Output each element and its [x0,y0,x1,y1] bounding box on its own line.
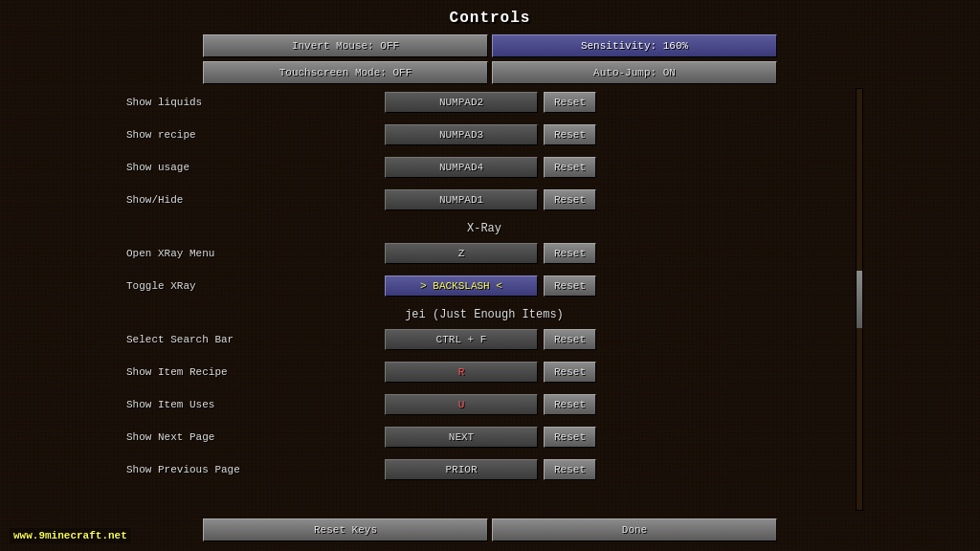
section-no-header: Show liquids NUMPAD2 Reset Show recipe N… [117,88,852,214]
scrollbar[interactable] [856,88,863,511]
show-item-recipe-reset[interactable]: Reset [544,362,596,383]
select-search-label: Select Search Bar [117,334,385,345]
select-search-key[interactable]: CTRL + F [385,329,538,350]
sensitivity-button[interactable]: Sensitivity: 160% [492,34,777,57]
section-jei: jei (Just Enough Items) Select Search Ba… [117,308,852,484]
show-hide-key[interactable]: NUMPAD1 [385,189,538,210]
row-show-usage: Show usage NUMPAD4 Reset [117,153,852,182]
content-area: Show liquids NUMPAD2 Reset Show recipe N… [117,88,863,511]
row-toggle-xray: Toggle XRay > BACKSLASH < Reset [117,272,852,300]
watermark: www.9minecraft.net [10,528,131,543]
row-show-prev-page: Show Previous Page PRIOR Reset [117,455,852,484]
show-liquids-key[interactable]: NUMPAD2 [385,92,538,113]
jei-header: jei (Just Enough Items) [117,308,852,321]
show-item-uses-label: Show Item Uses [117,399,385,410]
toggle-xray-reset[interactable]: Reset [544,276,596,297]
scroll-content: Show liquids NUMPAD2 Reset Show recipe N… [117,88,852,511]
toggle-xray-label: Toggle XRay [117,280,385,292]
show-next-page-key[interactable]: NEXT [385,427,538,448]
show-item-uses-key[interactable]: U [385,394,538,415]
reset-keys-button[interactable]: Reset Keys [203,518,488,541]
row-show-item-uses: Show Item Uses U Reset [117,390,852,419]
show-liquids-reset[interactable]: Reset [544,92,596,113]
done-button[interactable]: Done [492,518,777,541]
row-open-xray: Open XRay Menu Z Reset [117,239,852,268]
xray-header: X-Ray [117,222,852,235]
show-hide-label: Show/Hide [117,194,385,206]
show-usage-reset[interactable]: Reset [544,157,596,178]
show-recipe-key[interactable]: NUMPAD3 [385,124,538,145]
show-item-recipe-key[interactable]: R [385,362,538,383]
show-hide-reset[interactable]: Reset [544,189,596,210]
scrollbar-thumb[interactable] [857,271,862,328]
row-show-recipe: Show recipe NUMPAD3 Reset [117,121,852,149]
show-next-page-label: Show Next Page [117,431,385,443]
show-prev-page-key[interactable]: PRIOR [385,459,538,480]
show-item-recipe-label: Show Item Recipe [117,366,385,378]
row-select-search: Select Search Bar CTRL + F Reset [117,325,852,354]
show-next-page-reset[interactable]: Reset [544,427,596,448]
touchscreen-button[interactable]: Touchscreen Mode: OFF [203,61,488,84]
row-show-hide: Show/Hide NUMPAD1 Reset [117,186,852,214]
show-usage-label: Show usage [117,162,385,173]
invert-mouse-button[interactable]: Invert Mouse: OFF [203,34,488,57]
show-recipe-reset[interactable]: Reset [544,124,596,145]
show-liquids-label: Show liquids [117,97,385,108]
select-search-reset[interactable]: Reset [544,329,596,350]
page-title: Controls [450,10,531,27]
show-recipe-label: Show recipe [117,129,385,141]
top-buttons-row2: Touchscreen Mode: OFF Auto-Jump: ON [203,61,777,84]
show-usage-key[interactable]: NUMPAD4 [385,157,538,178]
show-prev-page-label: Show Previous Page [117,464,385,475]
section-xray: X-Ray Open XRay Menu Z Reset Toggle XRay… [117,222,852,300]
top-buttons-row1: Invert Mouse: OFF Sensitivity: 160% [203,34,777,57]
show-prev-page-reset[interactable]: Reset [544,459,596,480]
main-container: Controls Invert Mouse: OFF Sensitivity: … [0,0,980,551]
row-show-item-recipe: Show Item Recipe R Reset [117,358,852,386]
row-show-next-page: Show Next Page NEXT Reset [117,423,852,452]
bottom-buttons: Reset Keys Done [203,518,777,541]
open-xray-reset[interactable]: Reset [544,243,596,264]
toggle-xray-key[interactable]: > BACKSLASH < [385,276,538,297]
show-item-uses-reset[interactable]: Reset [544,394,596,415]
open-xray-label: Open XRay Menu [117,248,385,259]
row-show-liquids: Show liquids NUMPAD2 Reset [117,88,852,117]
open-xray-key[interactable]: Z [385,243,538,264]
autojump-button[interactable]: Auto-Jump: ON [492,61,777,84]
